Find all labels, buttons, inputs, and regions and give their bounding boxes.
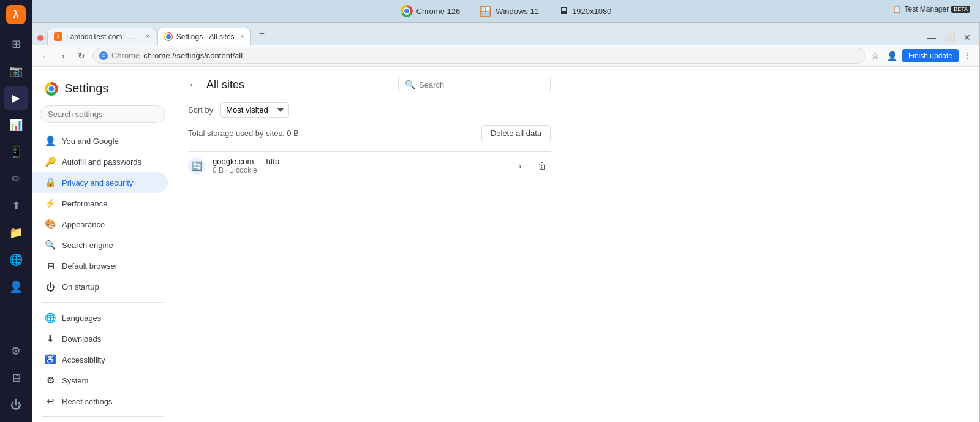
tab-lambdatest-close[interactable]: × (146, 33, 149, 40)
sidebar-item-edit[interactable]: ✏ (4, 167, 28, 191)
delete-all-button[interactable]: Delete all data (481, 125, 551, 141)
nav-item-languages[interactable]: 🌐 Languages (32, 307, 168, 328)
site-delete-button[interactable]: 🗑 (533, 157, 551, 175)
nav-item-downloads[interactable]: ⬇ Downloads (32, 328, 168, 349)
sites-list: 🔄 google.com — http 0 B · 1 cookie › 🗑 (188, 151, 551, 179)
sidebar-item-globe[interactable]: 🌐 (4, 247, 28, 272)
back-button[interactable]: ‹ (37, 48, 52, 63)
site-info-google: google.com — http 0 B · 1 cookie (213, 157, 504, 175)
profile-button[interactable]: 👤 (884, 48, 900, 63)
accessibility-icon: ♿ (45, 354, 56, 365)
nav-item-autofill-label: Autofill and passwords (62, 157, 141, 167)
sidebar-item-dashboard[interactable]: ⊞ (4, 32, 28, 56)
privacy-icon: 🔒 (45, 177, 56, 188)
test-manager-section: 📋 Test Manager BETA (892, 5, 970, 13)
nav-item-you-and-google[interactable]: 👤 You and Google (32, 130, 168, 151)
tab-settings-label: Settings - All sites (176, 32, 235, 41)
site-expand-button[interactable]: › (511, 157, 529, 175)
beta-badge: BETA (951, 6, 970, 13)
all-sites-title: All sites (206, 78, 244, 91)
tab-settings[interactable]: Settings - All sites × (157, 28, 251, 45)
nav-item-reset[interactable]: ↩ Reset settings (32, 391, 168, 412)
forward-button[interactable]: › (56, 48, 70, 63)
nav-item-search-engine-label: Search engine (62, 241, 113, 250)
top-bar: Chrome 126 🪟 Windows 11 🖥 1920x1080 📋 Te… (32, 0, 980, 22)
reload-button[interactable]: ↻ (74, 48, 89, 63)
window-close-btn[interactable]: ✕ (960, 30, 974, 45)
tab-settings-close[interactable]: × (241, 33, 244, 40)
lt-sidebar: λ ⊞ 📷 ▶ 📊 📱 ✏ ⬆ 📁 🌐 👤 ⚙ 🖥 ⏻ (0, 0, 32, 422)
nav-item-default-browser[interactable]: 🖥 Default browser (32, 255, 168, 276)
settings-title: Settings (32, 77, 173, 105)
nav-item-system-label: System (62, 376, 88, 385)
table-row: 🔄 google.com — http 0 B · 1 cookie › 🗑 (188, 151, 551, 179)
nav-divider-1 (42, 302, 163, 303)
back-button-panel[interactable]: ← (188, 78, 199, 91)
minimize-btn[interactable]: — (924, 30, 940, 45)
tab-bar-controls (37, 35, 43, 45)
nav-item-accessibility-label: Accessibility (62, 355, 105, 364)
sidebar-item-screenshot[interactable]: 📷 (4, 59, 28, 83)
chrome-icon (401, 5, 413, 17)
settings-nav: Settings 👤 You and Google 🔑 Autofill and… (32, 67, 173, 422)
site-search-input[interactable] (419, 80, 544, 89)
site-name-google: google.com — http (213, 157, 504, 166)
sidebar-item-person[interactable]: 👤 (4, 274, 28, 299)
sidebar-item-settings[interactable]: ⚙ (4, 339, 28, 363)
site-search-bar[interactable]: 🔍 (398, 77, 551, 92)
sort-row: Sort by Most visited Storage used Name (188, 102, 551, 118)
sort-select[interactable]: Most visited Storage used Name (221, 102, 289, 118)
finish-update-label: Finish update (908, 51, 952, 60)
address-bar[interactable]: C Chrome chrome://settings/content/all (92, 48, 865, 64)
sidebar-item-upload[interactable]: ⬆ (4, 194, 28, 218)
nav-item-appearance[interactable]: 🎨 Appearance (32, 214, 168, 235)
nav-item-system[interactable]: ⚙ System (32, 370, 168, 391)
sort-by-label: Sort by (188, 105, 213, 115)
finish-update-button[interactable]: Finish update (902, 49, 959, 62)
site-detail-google: 0 B · 1 cookie (213, 166, 504, 175)
bookmark-button[interactable]: ☆ (869, 48, 882, 63)
settings-search-input[interactable] (40, 105, 165, 123)
tab-bar: λ LambdaTest.com - Get Started × Setting… (32, 23, 979, 45)
nav-item-you-and-google-label: You and Google (62, 137, 119, 146)
nav-item-downloads-label: Downloads (62, 334, 101, 344)
main-area: Chrome 126 🪟 Windows 11 🖥 1920x1080 📋 Te… (32, 0, 980, 422)
resolution-label: 1920x1080 (572, 7, 611, 16)
panel-header: ← All sites 🔍 (188, 77, 551, 92)
nav-item-privacy[interactable]: 🔒 Privacy and security (32, 172, 168, 193)
sidebar-item-analytics[interactable]: 📊 (4, 113, 28, 137)
performance-icon: ⚡ (45, 198, 56, 209)
nav-item-accessibility[interactable]: ♿ Accessibility (32, 349, 168, 370)
nav-item-languages-label: Languages (62, 314, 101, 323)
more-button[interactable]: ⋮ (961, 48, 974, 63)
browser-toolbar: ‹ › ↻ C Chrome chrome://settings/content… (32, 45, 979, 67)
sidebar-item-devices[interactable]: 📱 (4, 140, 28, 164)
reset-icon: ↩ (45, 396, 56, 407)
nav-item-on-startup-label: On startup (62, 282, 99, 292)
restore-btn[interactable]: ⬜ (941, 30, 959, 45)
new-tab-button[interactable]: + (254, 26, 269, 41)
sidebar-item-folder[interactable]: 📁 (4, 220, 28, 245)
autofill-icon: 🔑 (45, 156, 56, 167)
sidebar-item-monitor[interactable]: 🖥 (4, 366, 28, 390)
sidebar-item-power[interactable]: ⏻ (4, 393, 28, 417)
close-window-btn[interactable] (37, 35, 43, 41)
all-sites-panel: ← All sites 🔍 Sort by Most visited (173, 67, 565, 189)
settings-container: Settings 👤 You and Google 🔑 Autofill and… (32, 67, 979, 422)
nav-item-reset-label: Reset settings (62, 397, 112, 406)
on-startup-icon: ⏻ (45, 281, 56, 292)
nav-item-on-startup[interactable]: ⏻ On startup (32, 276, 168, 297)
languages-icon: 🌐 (45, 312, 56, 323)
search-engine-icon: 🔍 (45, 239, 56, 251)
address-chrome-icon: C (99, 51, 108, 60)
nav-item-autofill[interactable]: 🔑 Autofill and passwords (32, 151, 168, 172)
nav-item-performance[interactable]: ⚡ Performance (32, 193, 168, 214)
address-url: chrome://settings/content/all (143, 51, 243, 60)
tab-lambdatest[interactable]: λ LambdaTest.com - Get Started × (47, 28, 156, 45)
nav-item-search-engine[interactable]: 🔍 Search engine (32, 235, 168, 255)
sidebar-item-browser[interactable]: ▶ (4, 86, 28, 110)
address-prefix: Chrome (111, 51, 140, 60)
monitor-icon: 🖥 (559, 6, 568, 17)
site-actions-google: › 🗑 (511, 157, 551, 175)
windows-icon: 🪟 (480, 6, 492, 17)
